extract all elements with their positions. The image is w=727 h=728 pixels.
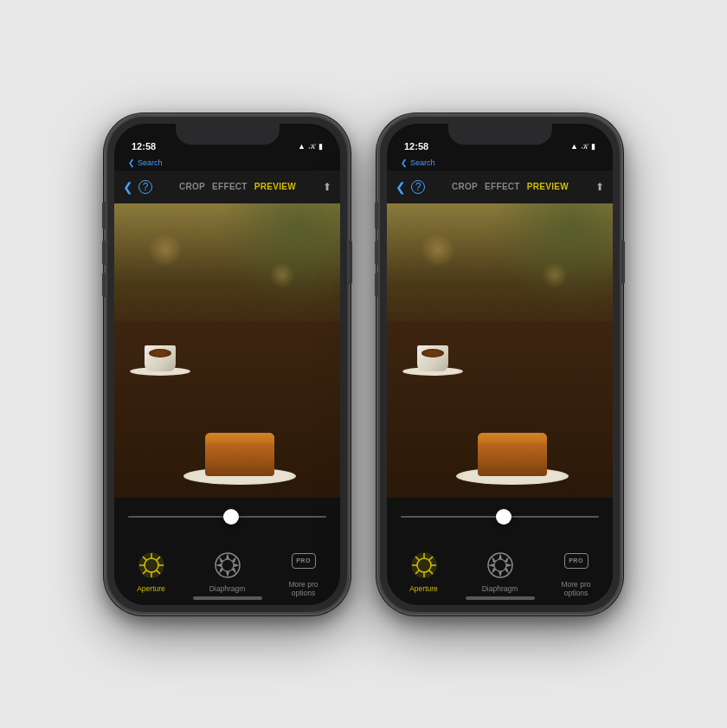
search-bar-r: ❮ Search [387, 155, 613, 171]
home-indicator [193, 596, 262, 600]
slider-track[interactable] [128, 516, 326, 518]
search-chevron-icon: ❮ [128, 158, 135, 167]
power-button-r[interactable] [621, 241, 625, 284]
aperture-button[interactable]: Aperture [125, 550, 177, 593]
coffee-cup [125, 306, 195, 376]
vol-down-button[interactable] [102, 273, 106, 297]
tab-effect-r[interactable]: EFFECT [485, 182, 520, 191]
photo-area-r [387, 203, 613, 498]
tab-effect[interactable]: EFFECT [212, 182, 248, 191]
phone-frame-right: 12:58 ▲ 𝒦 ▮ ❮ Search ❮ ? [376, 113, 623, 615]
nav-bar-r: ❮ ? CROP EFFECT PREVIEW ⬆ [387, 171, 613, 203]
cake [205, 433, 274, 476]
pro-icon-circle-r: PRO [561, 545, 592, 577]
aperture-icon-circle-r [409, 550, 440, 581]
slider-container-r[interactable] [401, 508, 599, 525]
tab-preview[interactable]: PREVIEW [254, 182, 296, 191]
cake-r [478, 433, 547, 476]
foliage-bg-r [477, 203, 613, 321]
pro-options-label-r: More pro options [550, 580, 602, 597]
aperture-button-r[interactable]: Aperture [398, 550, 450, 593]
slider-thumb-r[interactable] [496, 509, 511, 525]
photo-scene-r [387, 203, 613, 498]
nav-tabs: CROP EFFECT PREVIEW [179, 182, 296, 191]
home-indicator-r [466, 596, 535, 600]
bokeh-1-r [421, 233, 455, 267]
cup-coffee-r [421, 349, 444, 358]
pro-options-button-r[interactable]: PRO More pro options [550, 545, 602, 597]
phone-frame-left: 12:58 ▲ 𝒦 ▮ ❮ Search ❮ ? [104, 113, 351, 615]
slider-container[interactable] [128, 508, 326, 525]
diaphragm-button-r[interactable]: Diaphragm [474, 550, 526, 593]
tab-preview-r[interactable]: PREVIEW [527, 182, 569, 191]
wifi-icon-r: 𝒦 [582, 142, 588, 151]
search-bar: ❮ Search [114, 155, 340, 171]
pro-badge: PRO [292, 553, 316, 569]
pro-icon-circle: PRO [288, 545, 319, 577]
notch-r [448, 124, 552, 145]
status-time: 12:58 [132, 141, 156, 151]
status-time-r: 12:58 [404, 141, 428, 151]
tab-crop-r[interactable]: CROP [452, 182, 478, 191]
plate-cake [179, 416, 300, 485]
diaphragm-label: Diaphragm [209, 584, 246, 593]
notch [176, 124, 280, 145]
slider-track-r[interactable] [401, 516, 599, 518]
vol-up-button[interactable] [102, 241, 106, 265]
diaphragm-icon [214, 551, 241, 579]
photo-area [114, 203, 340, 498]
search-back-label: Search [138, 158, 163, 167]
cup-coffee [149, 349, 171, 358]
pro-options-label: More pro options [278, 580, 330, 597]
svg-point-11 [222, 559, 234, 571]
pro-badge-r: PRO [564, 553, 589, 569]
search-back[interactable]: ❮ Search [128, 158, 163, 167]
aperture-icon-r [410, 551, 438, 579]
tab-crop[interactable]: CROP [179, 182, 205, 191]
diaphragm-button[interactable]: Diaphragm [202, 550, 254, 593]
cup-body-r [417, 345, 448, 371]
back-icon-r[interactable]: ❮ [396, 180, 406, 194]
power-button[interactable] [349, 241, 352, 284]
status-icons: ▲ 𝒦 ▮ [298, 142, 323, 151]
foliage-bg [204, 203, 340, 321]
aperture-label: Aperture [137, 584, 165, 593]
search-chevron-icon-r: ❮ [401, 158, 408, 167]
cup-body [145, 345, 176, 371]
phone-screen-left: 12:58 ▲ 𝒦 ▮ ❮ Search ❮ ? [114, 124, 340, 605]
phone-screen-right: 12:58 ▲ 𝒦 ▮ ❮ Search ❮ ? [387, 124, 613, 605]
plate-cake-r [452, 416, 573, 485]
bokeh-2 [269, 262, 295, 288]
help-icon-r[interactable]: ? [411, 180, 425, 194]
nav-left: ❮ ? [123, 180, 152, 194]
bokeh-2-r [542, 262, 568, 288]
signal-icon: ▲ [298, 142, 306, 151]
nav-bar: ❮ ? CROP EFFECT PREVIEW ⬆ [114, 171, 340, 203]
vol-up-button-r[interactable] [375, 241, 378, 265]
aperture-icon [138, 551, 165, 579]
share-icon-r[interactable]: ⬆ [595, 181, 604, 193]
search-back-label-r: Search [410, 158, 435, 167]
help-icon[interactable]: ? [138, 180, 152, 194]
nav-tabs-r: CROP EFFECT PREVIEW [452, 182, 569, 191]
search-back-r[interactable]: ❮ Search [401, 158, 435, 167]
back-icon[interactable]: ❮ [123, 180, 133, 194]
nav-left-r: ❮ ? [396, 180, 425, 194]
diaphragm-icon-circle [212, 550, 243, 581]
share-icon[interactable]: ⬆ [323, 181, 331, 193]
svg-point-23 [494, 559, 506, 571]
status-icons-r: ▲ 𝒦 ▮ [570, 142, 595, 151]
slider-thumb[interactable] [223, 509, 239, 525]
signal-icon-r: ▲ [570, 142, 578, 151]
phone-left: 12:58 ▲ 𝒦 ▮ ❮ Search ❮ ? [104, 113, 351, 615]
vol-down-button-r[interactable] [375, 273, 378, 297]
photo-scene [114, 203, 340, 498]
diaphragm-icon-circle-r [485, 550, 516, 581]
wifi-icon: 𝒦 [309, 142, 315, 151]
bokeh-1 [148, 233, 183, 267]
pro-options-button[interactable]: PRO More pro options [278, 545, 330, 597]
battery-icon: ▮ [318, 142, 323, 151]
aperture-label-r: Aperture [409, 584, 438, 593]
diaphragm-icon-r [486, 551, 514, 579]
coffee-cup-r [398, 306, 467, 376]
